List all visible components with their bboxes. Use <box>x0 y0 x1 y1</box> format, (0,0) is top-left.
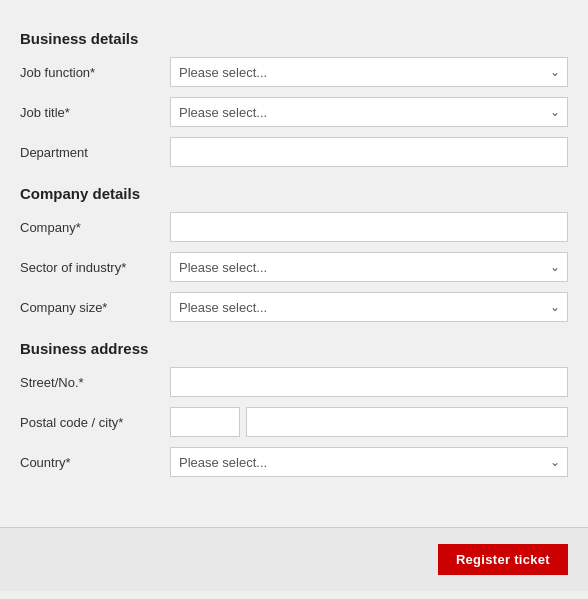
business-details-title: Business details <box>20 30 568 47</box>
department-label: Department <box>20 145 170 160</box>
sector-group: Sector of industry* Please select... ⌄ <box>20 252 568 282</box>
company-size-select[interactable]: Please select... <box>170 292 568 322</box>
department-group: Department <box>20 137 568 167</box>
street-label: Street/No.* <box>20 375 170 390</box>
business-details-section: Business details <box>20 30 568 47</box>
country-select-wrapper[interactable]: Please select... ⌄ <box>170 447 568 477</box>
company-details-section: Company details <box>20 185 568 202</box>
postal-code-label: Postal code / city* <box>20 415 170 430</box>
business-address-title: Business address <box>20 340 568 357</box>
street-input[interactable] <box>170 367 568 397</box>
company-size-label: Company size* <box>20 300 170 315</box>
sector-select[interactable]: Please select... <box>170 252 568 282</box>
department-input[interactable] <box>170 137 568 167</box>
company-group: Company* <box>20 212 568 242</box>
company-details-title: Company details <box>20 185 568 202</box>
job-function-select[interactable]: Please select... <box>170 57 568 87</box>
job-title-select-wrapper[interactable]: Please select... ⌄ <box>170 97 568 127</box>
street-group: Street/No.* <box>20 367 568 397</box>
city-input[interactable] <box>246 407 568 437</box>
job-function-group: Job function* Please select... ⌄ <box>20 57 568 87</box>
company-size-select-wrapper[interactable]: Please select... ⌄ <box>170 292 568 322</box>
register-ticket-button[interactable]: Register ticket <box>438 544 568 575</box>
sector-label: Sector of industry* <box>20 260 170 275</box>
postal-code-input[interactable] <box>170 407 240 437</box>
job-title-group: Job title* Please select... ⌄ <box>20 97 568 127</box>
business-address-section: Business address <box>20 340 568 357</box>
country-select[interactable]: Please select... <box>170 447 568 477</box>
sector-select-wrapper[interactable]: Please select... ⌄ <box>170 252 568 282</box>
job-function-label: Job function* <box>20 65 170 80</box>
page-container: Business details Job function* Please se… <box>0 0 588 517</box>
company-size-group: Company size* Please select... ⌄ <box>20 292 568 322</box>
job-title-select[interactable]: Please select... <box>170 97 568 127</box>
postal-city-group: Postal code / city* <box>20 407 568 437</box>
company-input[interactable] <box>170 212 568 242</box>
footer-bar: Register ticket <box>0 527 588 591</box>
country-group: Country* Please select... ⌄ <box>20 447 568 477</box>
job-function-select-wrapper[interactable]: Please select... ⌄ <box>170 57 568 87</box>
country-label: Country* <box>20 455 170 470</box>
job-title-label: Job title* <box>20 105 170 120</box>
company-label: Company* <box>20 220 170 235</box>
